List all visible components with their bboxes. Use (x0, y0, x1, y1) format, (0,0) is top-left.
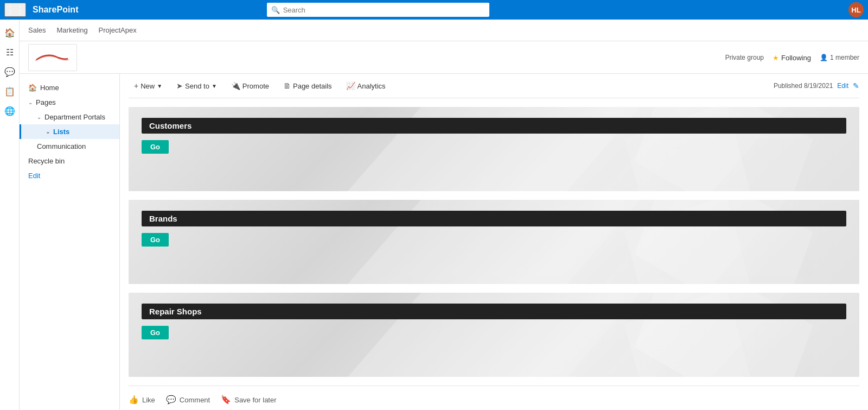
person-icon: 👤 (820, 54, 828, 61)
notes-nav-icon[interactable]: 📋 (1, 83, 18, 100)
department-chevron-icon: ⌄ (37, 114, 41, 120)
analytics-button[interactable]: 📈 Analytics (341, 79, 391, 92)
customers-card: Customers Go (129, 107, 859, 191)
subnav-sales[interactable]: Sales (28, 26, 46, 34)
subnav-marketing[interactable]: Marketing (57, 26, 88, 34)
customers-card-content: Customers Go (129, 107, 859, 165)
subnav-projectapex[interactable]: ProjectApex (99, 26, 137, 34)
following-button[interactable]: ★ Following (773, 54, 811, 62)
home-icon: 🏠 (28, 84, 37, 92)
new-button[interactable]: + New ▼ (129, 79, 168, 92)
member-count: 👤 1 member (820, 54, 859, 61)
app-title: SharePoint (33, 5, 78, 15)
repair-shops-card: Repair Shops Go (129, 293, 859, 377)
apps-nav-icon[interactable]: ☷ (1, 43, 18, 61)
search-icon: 🔍 (271, 6, 280, 14)
sendto-chevron-icon: ▼ (212, 83, 217, 89)
customers-go-button[interactable]: Go (142, 140, 169, 154)
header-right: Private group ★ Following 👤 1 member (725, 41, 859, 74)
comment-button[interactable]: 💬 Comment (166, 395, 210, 405)
send-icon: ➤ (176, 81, 183, 90)
promote-icon: 🔌 (231, 81, 240, 90)
sidebar-item-department-portals[interactable]: ⌄ Department Portals (20, 110, 119, 124)
sidebar-item-edit[interactable]: Edit (20, 168, 119, 183)
search-box: 🔍 (267, 3, 489, 17)
like-button[interactable]: 👍 Like (129, 395, 155, 405)
star-icon: ★ (773, 54, 779, 62)
footer-actions: 👍 Like 💬 Comment 🔖 Save for later (129, 386, 859, 410)
repair-shops-title: Repair Shops (142, 304, 846, 319)
sidebar-item-communication[interactable]: Communication (20, 139, 119, 154)
user-avatar[interactable]: HL (848, 2, 864, 17)
private-group-label: Private group (725, 54, 764, 61)
save-for-later-button[interactable]: 🔖 Save for later (221, 395, 276, 405)
sidebar-item-home[interactable]: 🏠 Home (20, 80, 119, 95)
pages-chevron-icon: ⌄ (28, 99, 33, 105)
comment-icon: 💬 (166, 395, 176, 405)
analytics-icon: 📈 (346, 81, 355, 90)
toolbar: + New ▼ ➤ Send to ▼ 🔌 Promote 🗎 Page det… (129, 74, 859, 98)
promote-button[interactable]: 🔌 Promote (226, 79, 275, 92)
lists-chevron-icon: ⌄ (46, 129, 50, 135)
search-input[interactable] (283, 6, 485, 14)
edit-page-link[interactable]: Edit (837, 82, 848, 90)
sites-nav-icon[interactable]: 🌐 (1, 102, 18, 119)
chat-nav-icon[interactable]: 💬 (1, 63, 18, 80)
brands-card: Brands Go (129, 200, 859, 284)
brands-title: Brands (142, 211, 846, 226)
bookmark-icon: 🔖 (221, 395, 231, 405)
subnav: Sales Marketing ProjectApex (20, 20, 868, 41)
sidebar-item-recycle-bin[interactable]: Recycle bin (20, 154, 119, 168)
edit-pencil-icon[interactable]: ✎ (853, 81, 859, 90)
waffle-menu-icon[interactable]: ⋮⋮ (4, 3, 26, 17)
page-details-button[interactable]: 🗎 Page details (278, 79, 337, 92)
published-info: Published 8/19/2021 Edit ✎ (774, 81, 859, 90)
details-icon: 🗎 (283, 81, 291, 90)
main-layout: 🏠 Home ⌄ Pages ⌄ Department Portals ⌄ Li… (20, 74, 868, 410)
brands-go-button[interactable]: Go (142, 233, 169, 247)
published-label: Published 8/19/2021 (774, 82, 833, 90)
repair-shops-go-button[interactable]: Go (142, 326, 169, 339)
left-icon-panel: 🏠 ☷ 💬 📋 🌐 (0, 20, 20, 410)
customers-title: Customers (142, 118, 846, 134)
plus-icon: + (134, 81, 138, 90)
site-logo (28, 44, 77, 71)
new-chevron-icon: ▼ (157, 83, 162, 89)
brands-card-content: Brands Go (129, 200, 859, 257)
home-nav-icon[interactable]: 🏠 (1, 24, 18, 41)
content-area: + New ▼ ➤ Send to ▼ 🔌 Promote 🗎 Page det… (120, 74, 868, 410)
sidebar: 🏠 Home ⌄ Pages ⌄ Department Portals ⌄ Li… (20, 74, 120, 410)
send-to-button[interactable]: ➤ Send to ▼ (171, 79, 222, 92)
sidebar-item-lists[interactable]: ⌄ Lists (20, 124, 119, 139)
repair-shops-card-content: Repair Shops Go (129, 293, 859, 350)
sidebar-item-pages[interactable]: ⌄ Pages (20, 95, 119, 110)
like-icon: 👍 (129, 395, 139, 405)
topbar: ⋮⋮ SharePoint 🔍 HL (0, 0, 868, 20)
